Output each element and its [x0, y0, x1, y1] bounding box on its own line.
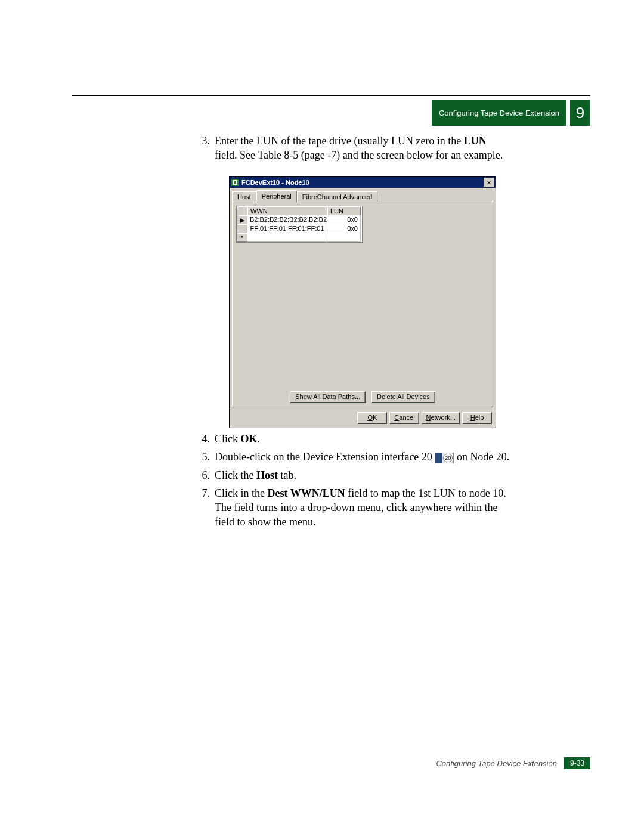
step-number: 7. [194, 486, 215, 529]
text-fragment: Double-click on the Device Extension int… [215, 451, 435, 463]
step-text: Double-click on the Device Extension int… [215, 450, 510, 464]
col-header-lun[interactable]: LUN [327, 206, 361, 215]
col-header-wwn[interactable]: WWN [247, 206, 327, 215]
tab-strip: Host Peripheral FibreChannel Advanced [230, 188, 496, 202]
show-all-data-paths-button[interactable]: Show All Data Paths... [290, 391, 366, 403]
grid-row[interactable]: FF:01:FF:01:FF:01:FF:01 0x0 [237, 224, 362, 233]
tab-label: Host [237, 193, 251, 200]
dialog-titlebar: FCDevExt10 - Node10 × [230, 177, 496, 188]
svg-rect-2 [234, 181, 236, 184]
step-6: 6. Click the Host tab. [194, 468, 510, 482]
bold-ok: OK [241, 433, 258, 445]
grid-new-row[interactable]: * [237, 233, 362, 242]
dialog-button-row: OK Cancel Network... Help [230, 410, 496, 428]
bold-host: Host [256, 469, 278, 481]
panel-button-row: Show All Data Paths... Delete All Device… [236, 388, 489, 403]
row-marker: ▶ [237, 215, 247, 224]
grid-row[interactable]: ▶ B2:B2:B2:B2:B2:B2:B2:B2 0x0 [237, 215, 362, 224]
step-4: 4. Click OK. [194, 432, 510, 446]
chapter-number: 9 [570, 100, 590, 126]
tab-host[interactable]: Host [232, 191, 256, 202]
step-number: 4. [194, 432, 215, 446]
ok-button[interactable]: OK [357, 412, 387, 424]
step-text: Click OK. [215, 432, 510, 446]
footer-section-title: Configuring Tape Device Extension [436, 759, 557, 768]
grid-header-row: WWN LUN [237, 206, 362, 215]
cell-lun[interactable]: 0x0 [327, 224, 361, 233]
btn-label-rest: how All Data Paths... [300, 393, 361, 400]
header-section-title: Configuring Tape Device Extension [432, 100, 566, 126]
close-button[interactable]: × [484, 178, 494, 187]
step-text: Enter the LUN of the tape drive (usually… [215, 134, 510, 163]
tab-fibrechannel-advanced[interactable]: FibreChannel Advanced [297, 191, 377, 202]
page-footer: Configuring Tape Device Extension 9-33 [436, 757, 590, 769]
text-fragment: field. See Table 8-5 (page -7) and the s… [215, 149, 503, 161]
device-extension-20-icon [435, 453, 454, 463]
step-number: 3. [194, 134, 215, 163]
grid-corner [237, 206, 247, 215]
app-icon [231, 178, 239, 187]
bold-dest-wwn-lun: Dest WWN/LUN [268, 487, 345, 499]
tab-label: FibreChannel Advanced [302, 193, 372, 200]
tab-peripheral[interactable]: Peripheral [256, 190, 297, 202]
step-7: 7. Click in the Dest WWN/LUN field to ma… [194, 486, 510, 529]
step-text: Click in the Dest WWN/LUN field to map t… [215, 486, 510, 529]
step-text: Click the Host tab. [215, 468, 510, 482]
dialog-title: FCDevExt10 - Node10 [242, 179, 309, 186]
cell-wwn[interactable]: FF:01:FF:01:FF:01:FF:01 [247, 224, 327, 233]
text-fragment: on Node 20. [454, 451, 509, 463]
text-fragment: Click in the [215, 487, 268, 499]
tab-label: Peripheral [262, 193, 292, 200]
bold-lun: LUN [464, 135, 487, 147]
text-fragment: Click the [215, 469, 256, 481]
step-3: 3. Enter the LUN of the tape drive (usua… [194, 134, 510, 163]
row-marker [237, 224, 247, 233]
new-row-marker: * [237, 233, 247, 242]
header-bar: Configuring Tape Device Extension 9 [432, 100, 590, 126]
cancel-button[interactable]: Cancel [389, 412, 419, 424]
cell-lun[interactable] [327, 233, 361, 242]
step-number: 6. [194, 468, 215, 482]
text-fragment: . [258, 433, 261, 445]
cell-wwn[interactable]: B2:B2:B2:B2:B2:B2:B2:B2 [247, 215, 327, 224]
cell-wwn[interactable] [247, 233, 327, 242]
footer-page-number: 9-33 [564, 757, 590, 769]
network-button[interactable]: Network... [422, 412, 460, 424]
delete-all-devices-button[interactable]: Delete All Devices [371, 391, 435, 403]
text-fragment: Click [215, 433, 241, 445]
body-content: 3. Enter the LUN of the tape drive (usua… [194, 134, 510, 166]
tab-panel: WWN LUN ▶ B2:B2:B2:B2:B2:B2:B2:B2 0x0 FF… [232, 202, 493, 407]
text-fragment: tab. [278, 469, 296, 481]
step-5: 5. Double-click on the Device Extension … [194, 450, 510, 464]
text-fragment: Enter the LUN of the tape drive (usually… [215, 135, 464, 147]
fcdevext-dialog: FCDevExt10 - Node10 × Host Peripheral Fi… [229, 176, 496, 428]
device-grid[interactable]: WWN LUN ▶ B2:B2:B2:B2:B2:B2:B2:B2 0x0 FF… [236, 206, 363, 243]
body-content-continued: 4. Click OK. 5. Double-click on the Devi… [194, 432, 510, 533]
help-button[interactable]: Help [462, 412, 492, 424]
header-rule [72, 95, 590, 96]
cell-lun[interactable]: 0x0 [327, 215, 361, 224]
step-number: 5. [194, 450, 215, 464]
